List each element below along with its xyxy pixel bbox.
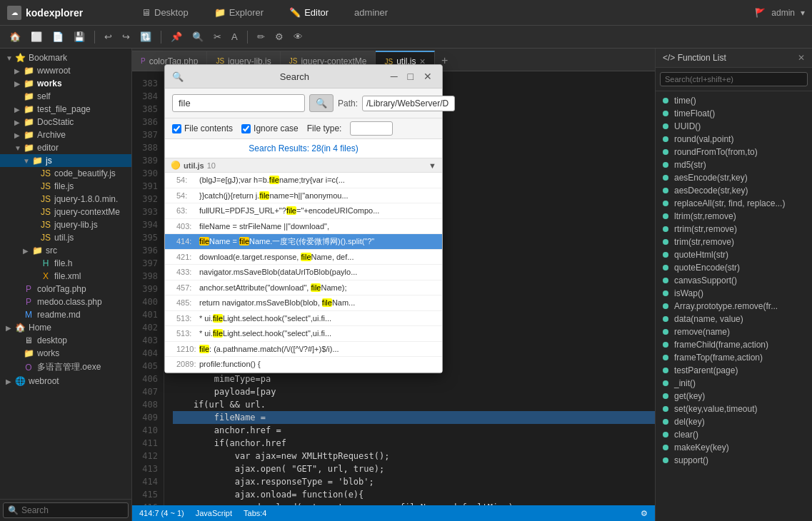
function-item[interactable]: testParent(page)	[656, 364, 812, 377]
nav-tab-desktop[interactable]: 🖥 Desktop	[136, 4, 194, 21]
function-item[interactable]: time()	[656, 94, 812, 107]
function-item[interactable]: remove(name)	[656, 325, 812, 338]
function-item[interactable]: makeKey(key)	[656, 441, 812, 454]
tree-archive[interactable]: ▶ 📁 Archive	[0, 128, 131, 141]
result-item[interactable]: 513:* ui.fileLight.select.hook("select",…	[165, 311, 442, 327]
function-item[interactable]: data(name, value)	[656, 313, 812, 325]
result-item[interactable]: 1210:file: (a.pathname.match(/\/([^\/?#]…	[165, 342, 442, 358]
settings-icon[interactable]: ⚙	[641, 509, 648, 518]
nav-tab-editor[interactable]: ✏️ Editor	[284, 4, 334, 21]
search-submit-btn[interactable]: 🔍	[309, 94, 334, 112]
tree-works[interactable]: ▶ 📁 works	[0, 77, 131, 90]
result-item[interactable]: 513:* ui.fileLight.select.hook("select",…	[165, 326, 442, 342]
font-btn[interactable]: A	[228, 29, 241, 44]
function-item[interactable]: isWap()	[656, 287, 812, 300]
search-btn[interactable]: 🔍	[189, 29, 207, 44]
undo-btn[interactable]: ↩	[101, 29, 116, 44]
tree-bookmark[interactable]: ▼ ⭐ Bookmark	[0, 51, 131, 64]
tree-js[interactable]: ▼ 📁 js	[0, 154, 131, 167]
window-btn[interactable]: ⬜	[27, 29, 46, 44]
function-item[interactable]: trim(str,remove)	[656, 236, 812, 248]
tree-editor[interactable]: ▼ 📁 editor	[0, 141, 131, 154]
save-btn[interactable]: 💾	[70, 29, 89, 44]
result-item[interactable]: 457:anchor.setAttribute("download", file…	[165, 280, 442, 296]
result-item[interactable]: 63:fullURL=PDFJS_URL+"?file="+encodeURIC…	[165, 203, 442, 219]
function-item[interactable]: roundFromTo(from,to)	[656, 146, 812, 158]
function-item[interactable]: support()	[656, 454, 812, 467]
function-item[interactable]: replaceAll(str, find, replace...)	[656, 197, 812, 210]
tree-desktop[interactable]: 🖥 desktop	[0, 334, 131, 347]
ignore-case-option[interactable]: Ignore case	[241, 123, 299, 133]
settings-btn[interactable]: ⚙	[271, 29, 287, 44]
function-item[interactable]: frameChild(frame,action)	[656, 338, 812, 351]
tree-medoo[interactable]: P medoo.class.php	[0, 295, 131, 308]
pin-btn[interactable]: 📌	[167, 29, 186, 44]
close-dialog-btn[interactable]: ✕	[421, 69, 435, 84]
function-item[interactable]: rtrim(str,remove)	[656, 223, 812, 236]
refresh-btn[interactable]: 🔃	[136, 29, 155, 44]
tree-test-file-page[interactable]: ▶ 📁 test_file_page	[0, 103, 131, 116]
function-item[interactable]: Array.prototype.remove(fr...	[656, 300, 812, 313]
tree-jquery-min[interactable]: JS jquery-1.8.0.min.	[0, 193, 131, 206]
function-item[interactable]: frameTop(frame,action)	[656, 351, 812, 364]
sidebar-search-box[interactable]: 🔍	[3, 502, 129, 518]
result-item[interactable]: 485:return navigator.msSaveBlob(blob, fi…	[165, 295, 442, 311]
tree-readme[interactable]: M readme.md	[0, 308, 131, 321]
result-item[interactable]: 54:(blgJ=e[gJ);var h=b.filename;try{var …	[165, 173, 442, 188]
result-item[interactable]: 2089:profile:function() {	[165, 357, 442, 373]
file-contents-option[interactable]: File contents	[172, 123, 233, 133]
minimize-btn[interactable]: ─	[388, 69, 401, 84]
function-item[interactable]: clear()	[656, 428, 812, 441]
function-item[interactable]: aesEncode(str,key)	[656, 171, 812, 184]
function-item[interactable]: quoteHtml(str)	[656, 248, 812, 261]
tree-docstatic[interactable]: ▶ 📁 DocStatic	[0, 116, 131, 128]
function-item[interactable]: canvasSupport()	[656, 274, 812, 287]
tree-file-h[interactable]: H file.h	[0, 257, 131, 270]
tree-src[interactable]: ▶ 📁 src	[0, 244, 131, 257]
tree-file-xml[interactable]: X file.xml	[0, 270, 131, 283]
tree-jquery-context[interactable]: JS jquery-contextMe	[0, 206, 131, 218]
result-item[interactable]: 414:fileName = fileName.一度宅(传爱微博网)().spl…	[165, 234, 442, 250]
cut-btn[interactable]: ✂	[210, 29, 225, 44]
tree-wwwroot[interactable]: ▶ 📁 wwwroot	[0, 64, 131, 77]
search-text-input[interactable]	[172, 94, 305, 112]
edit-btn[interactable]: ✏	[254, 29, 269, 44]
result-item[interactable]: 421:download(e.target.response, fileName…	[165, 250, 442, 265]
tree-jquery-lib[interactable]: JS jquery-lib.js	[0, 218, 131, 231]
file-type-input[interactable]	[350, 121, 393, 136]
tree-file-js[interactable]: JS file.js	[0, 180, 131, 193]
sidebar-search-input[interactable]	[21, 505, 124, 515]
function-item[interactable]: round(val,point)	[656, 133, 812, 146]
function-item[interactable]: _init()	[656, 377, 812, 390]
close-panel-btn[interactable]: ✕	[798, 53, 805, 63]
tree-multilang[interactable]: O 多语言管理.oexe	[0, 360, 131, 375]
function-item[interactable]: del(key)	[656, 415, 812, 428]
file-contents-checkbox[interactable]	[172, 124, 181, 133]
home-btn[interactable]: 🏠	[6, 29, 24, 44]
function-item[interactable]: md5(str)	[656, 158, 812, 171]
function-item[interactable]: aesDecode(str,key)	[656, 184, 812, 197]
tree-webroot[interactable]: ▶ 🌐 webroot	[0, 375, 131, 388]
tree-util-js[interactable]: JS util.js	[0, 231, 131, 244]
maximize-btn[interactable]: □	[405, 69, 416, 84]
function-item[interactable]: quoteEncode(str)	[656, 261, 812, 274]
preview-btn[interactable]: 👁	[290, 29, 306, 44]
ignore-case-checkbox[interactable]	[241, 124, 251, 133]
result-item[interactable]: 403:fileName = strFileName ||"download",	[165, 219, 442, 235]
function-item[interactable]: ltrim(str,remove)	[656, 210, 812, 223]
tree-home[interactable]: ▶ 🏠 Home	[0, 321, 131, 334]
flag-icon[interactable]: 🚩	[755, 8, 766, 18]
function-item[interactable]: timeFloat()	[656, 107, 812, 120]
tree-works2[interactable]: 📁 works	[0, 347, 131, 360]
function-item[interactable]: get(key)	[656, 390, 812, 403]
path-input[interactable]	[362, 96, 455, 111]
new-file-btn[interactable]: 📄	[49, 29, 67, 44]
redo-btn[interactable]: ↪	[119, 29, 134, 44]
function-item[interactable]: UUID()	[656, 120, 812, 133]
result-file-header[interactable]: 🟡 util.js 10 ▼	[165, 158, 442, 173]
tree-self[interactable]: 📁 self	[0, 90, 131, 103]
tree-colortag[interactable]: P colorTag.php	[0, 283, 131, 295]
function-item[interactable]: set(key,value,timeout)	[656, 403, 812, 415]
tree-code-beautify[interactable]: JS code_beautify.js	[0, 167, 131, 180]
result-item[interactable]: 433:navigator.msSaveBlob(dataUrlToBlob(p…	[165, 265, 442, 280]
